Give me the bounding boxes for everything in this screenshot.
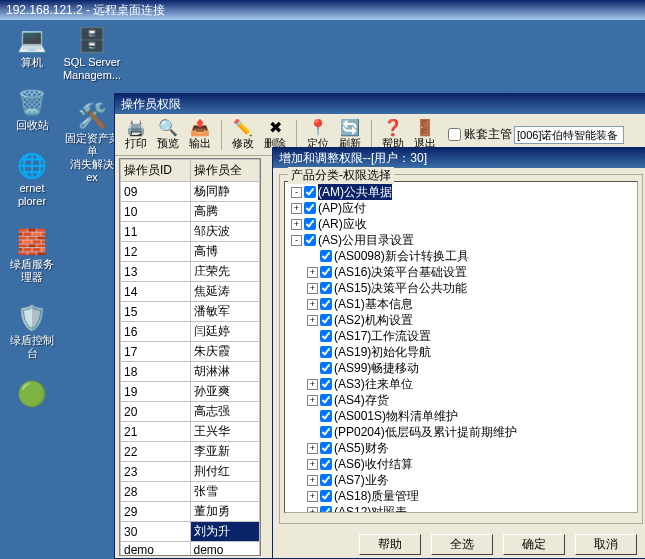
desktop-icon[interactable]: 🛡️绿盾控制台	[4, 302, 60, 360]
table-row[interactable]: 30刘为升	[121, 522, 260, 542]
table-row[interactable]: 16闫廷婷	[121, 322, 260, 342]
tree-node[interactable]: +(AS15)决策平台公共功能	[287, 280, 635, 296]
help-button[interactable]: 帮助	[359, 534, 421, 555]
tree-checkbox[interactable]	[320, 394, 332, 406]
tree-checkbox[interactable]	[320, 474, 332, 486]
table-header[interactable]: 操作员全	[190, 160, 260, 182]
desktop-icon[interactable]: 💻算机	[4, 24, 60, 69]
tree-expand-icon[interactable]: +	[307, 299, 318, 310]
tree-node[interactable]: -(AM)公共单据	[287, 184, 635, 200]
table-header[interactable]: 操作员ID	[121, 160, 191, 182]
account-select[interactable]: [006]诺伯特智能装备	[514, 126, 624, 144]
tree-checkbox[interactable]	[320, 298, 332, 310]
tree-node[interactable]: (PP0204)低层码及累计提前期维护	[287, 424, 635, 440]
permission-tree[interactable]: -(AM)公共单据+(AP)应付+(AR)应收-(AS)公用目录设置(AS009…	[284, 181, 638, 513]
tree-checkbox[interactable]	[320, 330, 332, 342]
tree-expand-icon[interactable]: +	[307, 475, 318, 486]
table-row[interactable]: 18胡淋淋	[121, 362, 260, 382]
table-row[interactable]: 29董加勇	[121, 502, 260, 522]
table-row[interactable]: 20高志强	[121, 402, 260, 422]
desktop-icon[interactable]: 🗄️SQL ServerManagem...	[64, 24, 120, 82]
tree-node[interactable]: +(AS16)决策平台基础设置	[287, 264, 635, 280]
checkbox-input[interactable]	[448, 128, 461, 141]
table-row[interactable]: 23荆付红	[121, 462, 260, 482]
tree-checkbox[interactable]	[320, 314, 332, 326]
tree-node[interactable]: +(AS1)基本信息	[287, 296, 635, 312]
table-row[interactable]: 19孙亚爽	[121, 382, 260, 402]
tree-node[interactable]: (AS17)工作流设置	[287, 328, 635, 344]
tree-expand-icon[interactable]: +	[307, 491, 318, 502]
tree-expand-icon[interactable]: +	[307, 315, 318, 326]
tree-checkbox[interactable]	[320, 442, 332, 454]
tree-node[interactable]: +(AS2)机构设置	[287, 312, 635, 328]
tree-checkbox[interactable]	[320, 250, 332, 262]
tree-expand-icon[interactable]: +	[307, 379, 318, 390]
tree-node[interactable]: +(AR)应收	[287, 216, 635, 232]
tree-checkbox[interactable]	[304, 218, 316, 230]
tree-node[interactable]: (AS99)畅捷移动	[287, 360, 635, 376]
table-row[interactable]: 12高博	[121, 242, 260, 262]
tree-checkbox[interactable]	[304, 186, 316, 198]
table-row[interactable]: 10高腾	[121, 202, 260, 222]
toolbar-预览-button[interactable]: 🔍预览	[153, 117, 183, 152]
table-row[interactable]: 28张雪	[121, 482, 260, 502]
tree-node[interactable]: (AS0098)新会计转换工具	[287, 248, 635, 264]
tree-expand-icon[interactable]: +	[307, 459, 318, 470]
cancel-button[interactable]: 取消	[575, 534, 637, 555]
tree-expand-icon[interactable]: +	[307, 267, 318, 278]
tree-node[interactable]: +(AS7)业务	[287, 472, 635, 488]
tree-checkbox[interactable]	[320, 426, 332, 438]
tree-node[interactable]: -(AS)公用目录设置	[287, 232, 635, 248]
desktop-icon[interactable]: 🗑️回收站	[4, 87, 60, 132]
tree-node[interactable]: +(AP)应付	[287, 200, 635, 216]
tree-checkbox[interactable]	[304, 234, 316, 246]
toolbar-修改-button[interactable]: ✏️修改	[228, 117, 258, 152]
tree-node[interactable]: +(AS3)往来单位	[287, 376, 635, 392]
tree-checkbox[interactable]	[320, 362, 332, 374]
tree-checkbox[interactable]	[320, 458, 332, 470]
tree-node[interactable]: +(AS12)对照表	[287, 504, 635, 513]
select-all-button[interactable]: 全选	[431, 534, 493, 555]
tree-node[interactable]: (AS19)初始化导航	[287, 344, 635, 360]
tree-expand-icon[interactable]: -	[291, 235, 302, 246]
table-row[interactable]: 17朱庆霞	[121, 342, 260, 362]
tree-node[interactable]: +(AS5)财务	[287, 440, 635, 456]
toolbar-输出-button[interactable]: 📤输出	[185, 117, 215, 152]
tree-node[interactable]: +(AS6)收付结算	[287, 456, 635, 472]
table-row[interactable]: demodemo	[121, 542, 260, 557]
table-row[interactable]: 15潘敏军	[121, 302, 260, 322]
tree-expand-icon[interactable]: +	[291, 219, 302, 230]
table-row[interactable]: 11邹庆波	[121, 222, 260, 242]
tree-node[interactable]: (AS001S)物料清单维护	[287, 408, 635, 424]
tree-checkbox[interactable]	[320, 266, 332, 278]
tree-checkbox[interactable]	[320, 346, 332, 358]
desktop-icon[interactable]: 🟢	[4, 378, 60, 410]
tree-expand-icon[interactable]: +	[307, 507, 318, 514]
tree-checkbox[interactable]	[304, 202, 316, 214]
desktop-icon[interactable]: 🌐ernetplorer	[4, 150, 60, 208]
table-row[interactable]: 14焦延涛	[121, 282, 260, 302]
table-row[interactable]: 13庄荣先	[121, 262, 260, 282]
toolbar-打印-button[interactable]: 🖨️打印	[121, 117, 151, 152]
account-manager-checkbox[interactable]: 账套主管	[448, 126, 512, 143]
tree-checkbox[interactable]	[320, 490, 332, 502]
desktop-glyph-icon: 🗄️	[76, 24, 108, 56]
table-row[interactable]: 09杨同静	[121, 182, 260, 202]
tree-node[interactable]: +(AS18)质量管理	[287, 488, 635, 504]
tree-expand-icon[interactable]: +	[291, 203, 302, 214]
table-row[interactable]: 22李亚新	[121, 442, 260, 462]
ok-button[interactable]: 确定	[503, 534, 565, 555]
tree-expand-icon[interactable]: -	[291, 187, 302, 198]
tree-expand-icon[interactable]: +	[307, 283, 318, 294]
tree-expand-icon[interactable]: +	[307, 443, 318, 454]
tree-checkbox[interactable]	[320, 506, 332, 513]
tree-checkbox[interactable]	[320, 378, 332, 390]
table-row[interactable]: 21王兴华	[121, 422, 260, 442]
operator-table[interactable]: 操作员ID操作员全09杨同静10高腾11邹庆波12高博13庄荣先14焦延涛15潘…	[119, 158, 261, 556]
tree-expand-icon[interactable]: +	[307, 395, 318, 406]
desktop-icon[interactable]: 🧱绿盾服务理器	[4, 226, 60, 284]
tree-node[interactable]: +(AS4)存货	[287, 392, 635, 408]
desktop-icon[interactable]: 🛠️固定资产菜单消失解决 ex	[64, 100, 120, 184]
tree-checkbox[interactable]	[320, 410, 332, 422]
tree-checkbox[interactable]	[320, 282, 332, 294]
